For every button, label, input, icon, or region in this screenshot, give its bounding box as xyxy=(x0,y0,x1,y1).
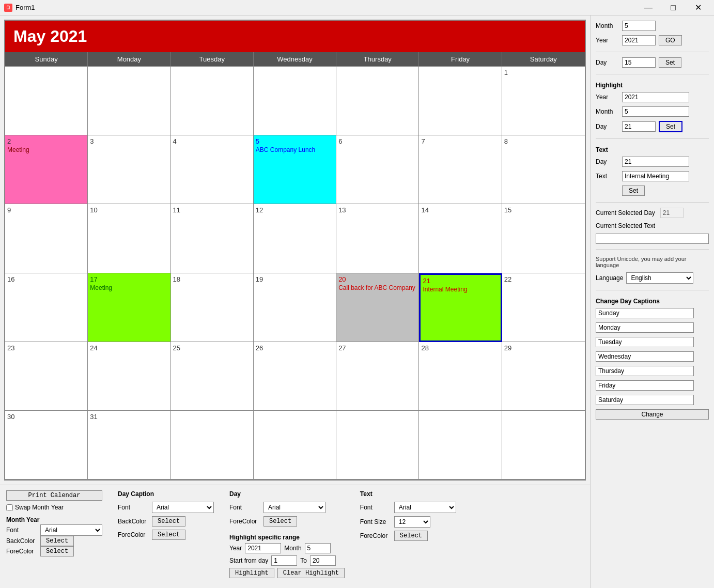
my-forecolor-button[interactable]: Select xyxy=(40,546,74,556)
my-backcolor-label: BackColor xyxy=(6,537,37,545)
my-backcolor-button[interactable]: Select xyxy=(40,536,74,546)
calendar-cell-6[interactable]: 1 xyxy=(502,67,585,135)
rp-hl-month-label: Month xyxy=(596,108,619,115)
rp-hl-set-button[interactable]: Set xyxy=(659,121,682,132)
hrange-start-input[interactable] xyxy=(271,555,297,566)
rp-day-input[interactable] xyxy=(622,57,656,68)
cell-day-number: 30 xyxy=(7,413,85,421)
rp-day-set-button[interactable]: Set xyxy=(659,57,681,68)
rp-language-select[interactable]: English xyxy=(626,272,693,284)
swap-month-year-checkbox[interactable] xyxy=(6,504,13,511)
rp-go-button[interactable]: GO xyxy=(659,35,682,45)
rp-divider-4 xyxy=(596,202,709,203)
caption-monday-input[interactable] xyxy=(596,322,694,333)
caption-tuesday-input[interactable] xyxy=(596,337,694,347)
caption-wednesday-input[interactable] xyxy=(596,351,694,362)
calendar-cell-17[interactable]: 12 xyxy=(254,204,336,273)
calendar-cell-12[interactable]: 7 xyxy=(419,135,502,204)
calendar-cell-31[interactable]: 26 xyxy=(254,342,336,411)
calendar-cell-33[interactable]: 28 xyxy=(419,342,502,411)
calendar-cell-34[interactable]: 29 xyxy=(502,342,585,411)
calendar-cell-22[interactable]: 17Meeting xyxy=(88,273,170,342)
calendar-cell-35[interactable]: 30 xyxy=(5,411,88,479)
calendar-cell-16[interactable]: 11 xyxy=(171,204,254,273)
rp-year-input[interactable] xyxy=(622,35,656,45)
cell-day-number: 31 xyxy=(90,413,168,421)
rp-month-input[interactable] xyxy=(622,21,656,31)
rp-language-label: Language xyxy=(596,274,623,282)
calendar-cell-13[interactable]: 8 xyxy=(502,135,585,204)
text-font-select[interactable]: Arial xyxy=(394,502,456,513)
dc-forecolor-button[interactable]: Select xyxy=(152,530,185,540)
my-font-select[interactable]: Arial xyxy=(40,524,102,536)
calendar-cell-11[interactable]: 6 xyxy=(336,135,419,204)
rp-day-label: Day xyxy=(596,59,619,66)
calendar-cell-9[interactable]: 4 xyxy=(171,135,254,204)
calendar-cell-32[interactable]: 27 xyxy=(336,342,419,411)
rp-text-text-input[interactable] xyxy=(622,171,689,181)
calendar-cell-15[interactable]: 10 xyxy=(88,204,170,273)
hrange-year-row: Year Month xyxy=(229,543,345,553)
caption-sunday-input[interactable] xyxy=(596,308,694,318)
rp-text-day-row: Day xyxy=(596,157,709,167)
day-header-thursday: Thursday xyxy=(336,52,419,66)
text-fontsize-select[interactable]: 12 xyxy=(394,516,430,528)
calendar-cell-18[interactable]: 13 xyxy=(336,204,419,273)
rp-hl-month-input[interactable] xyxy=(622,106,689,117)
calendar-cell-7[interactable]: 2Meeting xyxy=(5,135,88,204)
minimize-button[interactable]: — xyxy=(637,0,660,16)
calendar-cell-28[interactable]: 23 xyxy=(5,342,88,411)
calendar-cell-36[interactable]: 31 xyxy=(88,411,170,479)
calendar-cell-25[interactable]: 20Call back for ABC Company xyxy=(336,273,419,342)
rp-month-label: Month xyxy=(596,22,619,29)
cell-event-text: Meeting xyxy=(90,284,168,291)
rp-hl-year-input[interactable] xyxy=(622,92,689,102)
calendar-grid: 12Meeting345ABC Company Lunch67891011121… xyxy=(5,66,585,479)
cell-day-number: 2 xyxy=(7,137,85,145)
rp-hl-day-input[interactable] xyxy=(622,121,656,132)
rp-text-set-button[interactable]: Set xyxy=(622,185,645,196)
cell-event-text: Meeting xyxy=(7,146,85,153)
calendar-cell-10[interactable]: 5ABC Company Lunch xyxy=(254,135,336,204)
calendar-cell-26[interactable]: 21Internal Meeting xyxy=(419,273,502,342)
calendar-cell-14[interactable]: 9 xyxy=(5,204,88,273)
rp-current-text-input[interactable] xyxy=(596,234,709,244)
day-forecolor-button[interactable]: Select xyxy=(263,516,297,527)
day-font-select[interactable]: Arial xyxy=(263,502,325,513)
caption-saturday-input[interactable] xyxy=(596,395,694,405)
close-button[interactable]: ✕ xyxy=(686,0,710,16)
rp-text-day-input[interactable] xyxy=(622,157,689,167)
rp-change-button[interactable]: Change xyxy=(596,409,709,420)
cell-day-number: 1 xyxy=(504,69,583,76)
caption-friday-input[interactable] xyxy=(596,380,694,391)
hrange-year-input[interactable] xyxy=(245,543,281,553)
month-year-forecolor-row: ForeColor Select xyxy=(6,546,102,556)
cell-day-number: 23 xyxy=(7,344,85,352)
print-calendar-button[interactable]: Print Calendar xyxy=(6,490,102,501)
calendar-cell-29[interactable]: 24 xyxy=(88,342,170,411)
calendar-cell-27[interactable]: 22 xyxy=(502,273,585,342)
dc-backcolor-button[interactable]: Select xyxy=(152,516,185,527)
calendar-cell-8[interactable]: 3 xyxy=(88,135,170,204)
swap-month-year-label: Swap Month Year xyxy=(15,504,64,511)
calendar-cell-19[interactable]: 14 xyxy=(419,204,502,273)
clear-highlight-button[interactable]: Clear Highlight xyxy=(277,568,345,578)
calendar-cell-4 xyxy=(336,67,419,135)
my-font-label: Font xyxy=(6,527,37,534)
calendar-cell-23[interactable]: 18 xyxy=(171,273,254,342)
hrange-to-input[interactable] xyxy=(310,555,336,566)
calendar-cell-21[interactable]: 16 xyxy=(5,273,88,342)
calendar-cell-30[interactable]: 25 xyxy=(171,342,254,411)
calendar-cell-20[interactable]: 15 xyxy=(502,204,585,273)
calendar-cell-1 xyxy=(88,67,170,135)
rp-month-row: Month xyxy=(596,21,709,31)
highlight-button[interactable]: Highlight xyxy=(229,568,274,578)
text-forecolor-button[interactable]: Select xyxy=(394,531,428,541)
dc-font-select[interactable]: Arial xyxy=(152,502,214,513)
caption-thursday-input[interactable] xyxy=(596,366,694,376)
cell-day-number: 14 xyxy=(421,206,499,214)
hrange-month-input[interactable] xyxy=(305,543,331,553)
hrange-btn-row: Highlight Clear Highlight xyxy=(229,568,345,578)
maximize-button[interactable]: □ xyxy=(661,0,685,16)
calendar-cell-24[interactable]: 19 xyxy=(254,273,336,342)
